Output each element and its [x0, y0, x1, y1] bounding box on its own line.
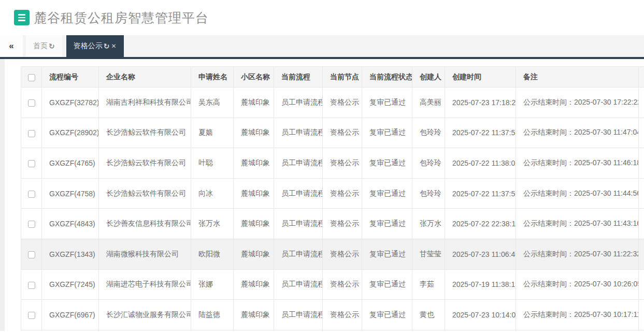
- table-row[interactable]: GXGZF(1343)湖南微猴科技有限公司欧阳微麓城印象员工申请流程资格公示复审…: [21, 239, 644, 269]
- table-row[interactable]: GXGZF(4843)长沙善友信息科技有限公司张万水麓城印象员工申请流程资格公示…: [21, 209, 644, 239]
- cell-cutoff: [639, 88, 644, 118]
- cell-node: 资格公示: [323, 118, 362, 148]
- publicity-table: 流程编号企业名称申请姓名小区名称当前流程当前节点当前流程状态创建人创建时间备注 …: [21, 66, 644, 331]
- select-all-checkbox[interactable]: [28, 74, 35, 81]
- table-row-partial: [21, 330, 644, 331]
- cell-process: 员工申请流程: [274, 239, 323, 269]
- row-checkbox[interactable]: [28, 130, 35, 137]
- tab-home[interactable]: 首页 ↻: [26, 35, 62, 57]
- cell-empty: [639, 330, 644, 331]
- cell-community: 麓城印象: [234, 300, 274, 330]
- cell-id: GXGZF(28902): [42, 118, 99, 148]
- cell-remark: 公示结束时间：2025-07-30 17:22:22: [516, 88, 639, 118]
- cell-company: 湖南进芯电子科技有限公司: [99, 269, 191, 300]
- row-checkbox[interactable]: [28, 160, 35, 167]
- cell-id: GXGZF(7245): [42, 269, 99, 300]
- hamburger-icon: [18, 20, 25, 21]
- table-row[interactable]: GXGZF(4765)长沙浩鲸云软件有限公司叶聪麓城印象员工申请流程资格公示复审…: [21, 148, 644, 179]
- cell-creator: 包玲玲: [412, 148, 445, 179]
- row-checkbox[interactable]: [28, 312, 35, 319]
- data-table-container: 流程编号企业名称申请姓名小区名称当前流程当前节点当前流程状态创建人创建时间备注 …: [21, 66, 644, 331]
- cell-status: 复审已通过: [362, 148, 412, 179]
- cell-process: 员工申请流程: [274, 88, 323, 118]
- column-header: 企业名称: [99, 67, 191, 88]
- row-select-cell: [21, 88, 42, 118]
- cell-cutoff: [639, 209, 644, 239]
- cell-creator: 黄也: [412, 300, 445, 330]
- cell-id: GXGZF(32782): [42, 88, 99, 118]
- cell-remark: 公示结束时间：2025-07-30 11:46:18: [516, 148, 639, 179]
- cell-empty: [412, 330, 445, 331]
- cell-status: 复审已通过: [362, 209, 412, 239]
- select-all-cell: [21, 67, 42, 88]
- cell-remark: 公示结束时间：2025-07-30 11:44:56: [516, 178, 639, 209]
- table-header-row: 流程编号企业名称申请姓名小区名称当前流程当前节点当前流程状态创建人创建时间备注: [21, 67, 644, 88]
- tab-label: 首页: [33, 41, 48, 51]
- cell-process: 员工申请流程: [274, 300, 323, 330]
- cell-id: GXGZF(6967): [42, 300, 99, 330]
- cell-empty: [362, 330, 412, 331]
- table-row[interactable]: GXGZF(4758)长沙浩鲸云软件有限公司向冰麓城印象员工申请流程资格公示复审…: [21, 178, 644, 209]
- cell-status: 复审已通过: [362, 269, 412, 300]
- table-row[interactable]: GXGZF(6967)长沙汇诚物业服务有限公司陆益德麓城印象员工申请流程资格公示…: [21, 300, 644, 330]
- cell-creator: 包玲玲: [412, 178, 445, 209]
- double-chevron-left-icon[interactable]: «: [0, 35, 23, 57]
- hamburger-icon: [18, 17, 25, 19]
- row-checkbox[interactable]: [28, 99, 35, 107]
- hamburger-menu-button[interactable]: [14, 10, 30, 25]
- cell-id: GXGZF(4843): [42, 209, 99, 239]
- cell-community: 麓城印象: [234, 148, 274, 179]
- hamburger-icon: [18, 14, 25, 16]
- cell-status: 复审已通过: [362, 118, 412, 148]
- table-row[interactable]: GXGZF(7245)湖南进芯电子科技有限公司张娜麓城印象员工申请流程资格公示复…: [21, 269, 644, 300]
- cell-company: 长沙汇诚物业服务有限公司: [99, 300, 191, 330]
- cell-applicant: 叶聪: [191, 148, 234, 179]
- cell-creator: 高美丽: [412, 88, 445, 118]
- row-select-cell: [21, 118, 42, 148]
- cell-applicant: 张娜: [191, 269, 234, 300]
- table-row[interactable]: GXGZF(28902)长沙浩鲸云软件有限公司夏嫱麓城印象员工申请流程资格公示复…: [21, 118, 644, 148]
- column-header: 当前流程: [274, 67, 323, 88]
- row-checkbox[interactable]: [28, 191, 35, 198]
- cell-created: 2025-07-23 10:14:07: [445, 300, 516, 330]
- cell-node: 资格公示: [323, 269, 362, 300]
- row-select-cell: [21, 239, 42, 269]
- column-header: 当前节点: [323, 67, 362, 88]
- cell-id: GXGZF(4758): [42, 178, 99, 209]
- column-header: 小区名称: [234, 67, 274, 88]
- cell-empty: [191, 330, 234, 331]
- cell-community: 麓城印象: [234, 239, 274, 269]
- cell-empty: [323, 330, 362, 331]
- column-header-cutoff: [639, 67, 644, 88]
- refresh-icon[interactable]: ↻: [49, 42, 55, 50]
- row-checkbox[interactable]: [28, 251, 35, 258]
- cell-creator: 张万水: [412, 209, 445, 239]
- tab-bar: « 首页 ↻ 资格公示 ↻ ✕: [0, 35, 644, 59]
- cell-applicant: 向冰: [191, 178, 234, 209]
- cell-process: 员工申请流程: [274, 178, 323, 209]
- refresh-icon[interactable]: ↻: [104, 42, 110, 50]
- column-header: 创建时间: [445, 67, 516, 88]
- cell-process: 员工申请流程: [274, 209, 323, 239]
- close-icon[interactable]: ✕: [111, 42, 116, 50]
- column-header: 创建人: [412, 67, 445, 88]
- table-row[interactable]: GXGZF(32782)湖南吉利祥和科技有限公司吴东高麓城印象员工申请流程资格公…: [21, 88, 644, 118]
- cell-status: 复审已通过: [362, 239, 412, 269]
- cell-creator: 包玲玲: [412, 118, 445, 148]
- cell-status: 复审已通过: [362, 178, 412, 209]
- cell-empty: [99, 330, 191, 331]
- row-checkbox[interactable]: [28, 282, 35, 289]
- cell-company: 长沙善友信息科技有限公司: [99, 209, 191, 239]
- cell-cutoff: [639, 148, 644, 179]
- row-checkbox[interactable]: [28, 221, 35, 228]
- cell-node: 资格公示: [323, 88, 362, 118]
- cell-applicant: 夏嫱: [191, 118, 234, 148]
- column-header: 申请姓名: [191, 67, 234, 88]
- cell-node: 资格公示: [323, 239, 362, 269]
- cell-applicant: 陆益德: [191, 300, 234, 330]
- cell-community: 麓城印象: [234, 209, 274, 239]
- row-select-cell: [21, 178, 42, 209]
- tab-qualification-publicity[interactable]: 资格公示 ↻ ✕: [66, 35, 124, 57]
- cell-company: 湖南微猴科技有限公司: [99, 239, 191, 269]
- cell-node: 资格公示: [323, 178, 362, 209]
